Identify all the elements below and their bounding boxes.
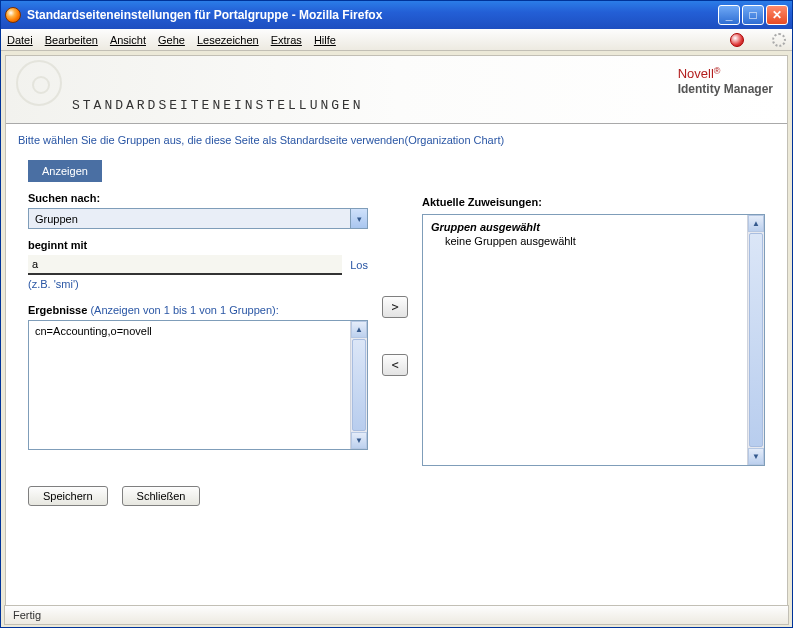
begins-with-input[interactable]: [28, 255, 342, 275]
remove-button[interactable]: <: [382, 354, 408, 376]
chevron-down-icon[interactable]: ▾: [350, 209, 367, 228]
throbber-icon: [772, 33, 786, 47]
window-titlebar: Standardseiteneinstellungen für Portalgr…: [1, 1, 792, 29]
results-label-text: Ergebnisse: [28, 304, 87, 316]
status-text: Fertig: [13, 609, 41, 621]
menu-lesezeichen[interactable]: Lesezeichen: [197, 34, 259, 46]
begins-with-hint: (z.B. 'smi'): [28, 278, 368, 290]
save-button[interactable]: Speichern: [28, 486, 108, 506]
brand-reg: ®: [714, 66, 721, 76]
brand-name: Novell: [678, 66, 714, 81]
stop-icon[interactable]: [730, 33, 744, 47]
results-listbox[interactable]: cn=Accounting,o=novell ▲ ▼: [28, 320, 368, 450]
menu-datei[interactable]: Datei: [7, 34, 33, 46]
minimize-button[interactable]: _: [718, 5, 740, 25]
begins-with-label: beginnt mit: [28, 239, 368, 251]
statusbar: Fertig: [4, 605, 789, 625]
menu-extras[interactable]: Extras: [271, 34, 302, 46]
close-button[interactable]: Schließen: [122, 486, 201, 506]
scroll-up-icon[interactable]: ▲: [351, 321, 367, 338]
menu-gehe[interactable]: Gehe: [158, 34, 185, 46]
assignments-header: Gruppen ausgewählt: [431, 221, 739, 233]
menu-hilfe[interactable]: Hilfe: [314, 34, 336, 46]
brand-sub: Identity Manager: [678, 82, 773, 96]
assignments-label: Aktuelle Zuweisungen:: [422, 196, 765, 208]
assignments-listbox[interactable]: Gruppen ausgewählt keine Gruppen ausgewä…: [422, 214, 765, 466]
results-scrollbar[interactable]: ▲ ▼: [350, 321, 367, 449]
assignments-scrollbar[interactable]: ▲ ▼: [747, 215, 764, 465]
instruction-text: Bitte wählen Sie die Gruppen aus, die di…: [6, 124, 787, 152]
assignments-empty: keine Gruppen ausgewählt: [431, 235, 739, 247]
page-content: STANDARDSEITENEINSTELLUNGEN Novell® Iden…: [5, 55, 788, 611]
assignments-panel: Aktuelle Zuweisungen: Gruppen ausgewählt…: [422, 160, 765, 466]
menu-bearbeiten[interactable]: Bearbeiten: [45, 34, 98, 46]
search-by-value: Gruppen: [29, 213, 350, 225]
window-title: Standardseiteneinstellungen für Portalgr…: [27, 8, 718, 22]
list-item[interactable]: cn=Accounting,o=novell: [35, 325, 344, 337]
menu-ansicht[interactable]: Ansicht: [110, 34, 146, 46]
scroll-down-icon[interactable]: ▼: [351, 432, 367, 449]
brand-block: Novell® Identity Manager: [678, 66, 773, 96]
scroll-down-icon[interactable]: ▼: [748, 448, 764, 465]
search-by-label: Suchen nach:: [28, 192, 368, 204]
scroll-thumb[interactable]: [749, 233, 763, 447]
transfer-arrows: > <: [378, 160, 412, 466]
results-label: Ergebnisse (Anzeigen von 1 bis 1 von 1 G…: [28, 304, 368, 316]
close-window-button[interactable]: ✕: [766, 5, 788, 25]
browser-menubar: Datei Bearbeiten Ansicht Gehe Lesezeiche…: [1, 29, 792, 51]
scroll-thumb[interactable]: [352, 339, 366, 431]
search-panel: Anzeigen Suchen nach: Gruppen ▾ beginnt …: [28, 160, 368, 466]
dialog-buttons: Speichern Schließen: [6, 478, 787, 506]
page-title: STANDARDSEITENEINSTELLUNGEN: [72, 98, 364, 113]
anzeigen-button[interactable]: Anzeigen: [28, 160, 102, 182]
scroll-up-icon[interactable]: ▲: [748, 215, 764, 232]
page-header: STANDARDSEITENEINSTELLUNGEN Novell® Iden…: [6, 56, 787, 124]
results-range: (Anzeigen von 1 bis 1 von 1 Gruppen):: [90, 304, 278, 316]
los-link[interactable]: Los: [350, 259, 368, 271]
add-button[interactable]: >: [382, 296, 408, 318]
maximize-button[interactable]: □: [742, 5, 764, 25]
firefox-icon: [5, 7, 21, 23]
search-by-select[interactable]: Gruppen ▾: [28, 208, 368, 229]
gear-icon: [16, 60, 62, 106]
